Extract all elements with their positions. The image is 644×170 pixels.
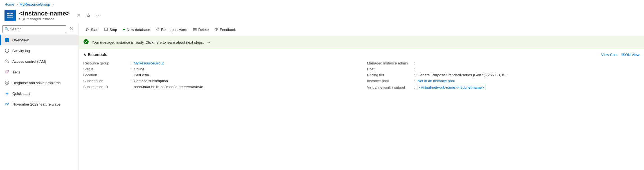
- overview-icon: [4, 37, 10, 42]
- svg-rect-6: [7, 38, 9, 40]
- reset-password-icon: [156, 27, 160, 32]
- feedback-button[interactable]: Feedback: [212, 26, 238, 33]
- essentials-pool-value[interactable]: Not in an instance pool: [418, 79, 455, 83]
- svg-marker-14: [86, 28, 89, 31]
- json-view-link[interactable]: JSON View: [621, 53, 640, 57]
- resource-icon: SQL: [4, 10, 16, 21]
- sidebar-nav: Overview Activity log Access control (IA…: [0, 35, 78, 170]
- svg-point-12: [8, 71, 8, 71]
- breadcrumb-resource-group[interactable]: MyResourceGroup: [19, 2, 50, 6]
- start-label: Start: [91, 28, 98, 32]
- sidebar-item-november-wave[interactable]: November 2022 feature wave: [0, 99, 78, 109]
- essentials-host-label: Host: [367, 67, 412, 71]
- new-database-button[interactable]: + New database: [120, 26, 152, 33]
- essentials-right-col: Managed instance admin : Host : Pricing …: [367, 60, 640, 91]
- stop-button[interactable]: Stop: [102, 26, 119, 33]
- essentials-row-pool: Instance pool : Not in an instance pool: [367, 78, 640, 84]
- svg-point-18: [216, 28, 218, 30]
- search-input[interactable]: [2, 25, 66, 33]
- essentials-status-label: Status: [83, 67, 128, 71]
- collapse-sidebar-button[interactable]: [67, 25, 76, 33]
- essentials-rg-label: Resource group: [83, 61, 128, 65]
- essentials-left-col: Resource group : MyResourceGroup Status …: [83, 60, 356, 91]
- start-icon: [85, 27, 89, 32]
- resource-name: <instance-name>: [19, 10, 70, 17]
- essentials-section: ∧ Essentials View Cost JSON View Resourc…: [79, 49, 644, 94]
- essentials-row-subscription-id: Subscription ID : aaaa0a0a-bb1b-cc2c-dd3…: [83, 84, 356, 90]
- essentials-title-text: Essentials: [88, 52, 107, 57]
- essentials-title: ∧ Essentials: [83, 52, 107, 57]
- view-cost-link[interactable]: View Cost: [601, 53, 617, 57]
- delete-button[interactable]: Delete: [191, 26, 211, 33]
- sidebar-item-diagnose-label: Diagnose and solve problems: [12, 81, 60, 85]
- sidebar-item-iam-label: Access control (IAM): [12, 59, 46, 64]
- essentials-collapse-icon[interactable]: ∧: [83, 52, 86, 57]
- essentials-location-value: East Asia: [134, 73, 149, 77]
- resource-type: SQL managed instance: [19, 17, 70, 21]
- essentials-vnet-value[interactable]: <virtual-network-name>/<subnet-name>: [418, 85, 485, 90]
- wave-icon: [4, 102, 10, 107]
- more-button[interactable]: ···: [94, 12, 103, 20]
- svg-rect-16: [193, 28, 196, 31]
- sidebar-item-tags-label: Tags: [12, 70, 20, 74]
- sidebar-item-tags[interactable]: Tags: [0, 67, 78, 77]
- sidebar-item-activity-log[interactable]: Activity log: [0, 45, 78, 56]
- banner-arrow: →: [207, 40, 210, 44]
- header-actions: ···: [75, 12, 103, 20]
- svg-rect-15: [105, 28, 107, 31]
- diagnose-icon: [4, 80, 10, 85]
- essentials-subscription-id-value: aaaa0a0a-bb1b-cc2c-dd3d-eeeeee4e4e4e: [134, 85, 203, 89]
- svg-point-10: [6, 60, 7, 61]
- sidebar-item-november-label: November 2022 feature wave: [12, 102, 60, 106]
- essentials-pricing-label: Pricing tier: [367, 73, 412, 77]
- search-icon: 🔍: [4, 27, 9, 31]
- essentials-grid: Resource group : MyResourceGroup Status …: [83, 60, 640, 91]
- sidebar: 🔍 Overview: [0, 23, 79, 170]
- essentials-status-value: Online: [134, 67, 145, 71]
- reset-password-button[interactable]: Reset password: [154, 26, 190, 33]
- svg-rect-2: [7, 17, 13, 18]
- new-database-icon: +: [123, 27, 125, 32]
- sidebar-item-overview-label: Overview: [12, 38, 29, 42]
- svg-rect-5: [5, 38, 7, 40]
- essentials-vnet-label: Virtual network / subnet: [367, 85, 412, 90]
- essentials-subscription-id-label: Subscription ID: [83, 85, 128, 89]
- reset-password-label: Reset password: [161, 28, 187, 32]
- essentials-subscription-value: Contoso subscription: [134, 79, 168, 83]
- essentials-row-subscription: Subscription : Contoso subscription: [83, 78, 356, 84]
- svg-rect-7: [5, 40, 7, 42]
- essentials-rg-value[interactable]: MyResourceGroup: [134, 61, 165, 65]
- sidebar-item-overview[interactable]: Overview: [0, 35, 78, 45]
- pin-button[interactable]: [75, 12, 82, 19]
- sidebar-item-access-control[interactable]: Access control (IAM): [0, 56, 78, 67]
- breadcrumb-sep1: >: [16, 3, 18, 6]
- new-database-label: New database: [127, 28, 150, 32]
- svg-text:SQL: SQL: [9, 13, 12, 14]
- toolbar: Start Stop + New database Reset pass: [79, 23, 644, 36]
- essentials-pricing-value: General Purpose Standard-series (Gen 5) …: [418, 73, 508, 77]
- essentials-location-label: Location: [83, 73, 128, 77]
- essentials-admin-label: Managed instance admin: [367, 61, 412, 65]
- iam-icon: [4, 59, 10, 64]
- essentials-pool-label: Instance pool: [367, 79, 412, 83]
- content-area: Start Stop + New database Reset pass: [79, 23, 644, 170]
- breadcrumb-sep2: >: [52, 3, 53, 6]
- tags-icon: [4, 70, 10, 75]
- favorite-button[interactable]: [85, 12, 92, 19]
- sidebar-item-diagnose[interactable]: Diagnose and solve problems: [0, 77, 78, 88]
- sidebar-item-quickstart[interactable]: Quick start: [0, 88, 78, 99]
- essentials-row-location: Location : East Asia: [83, 72, 356, 78]
- resource-title-area: <instance-name> SQL managed instance: [19, 10, 70, 21]
- stop-icon: [104, 27, 108, 32]
- breadcrumb-home[interactable]: Home: [4, 2, 14, 6]
- banner-text: Your managed instance is ready. Click he…: [92, 40, 204, 44]
- feedback-icon: [214, 27, 218, 32]
- sidebar-item-quickstart-label: Quick start: [12, 91, 30, 96]
- delete-label: Delete: [198, 28, 209, 32]
- essentials-row-pricing: Pricing tier : General Purpose Standard-…: [367, 72, 640, 78]
- essentials-row-status: Status : Online: [83, 66, 356, 72]
- start-button[interactable]: Start: [83, 26, 101, 33]
- delete-icon: [193, 27, 197, 32]
- ready-banner[interactable]: Your managed instance is ready. Click he…: [79, 36, 644, 49]
- essentials-row-vnet: Virtual network / subnet : <virtual-netw…: [367, 84, 640, 91]
